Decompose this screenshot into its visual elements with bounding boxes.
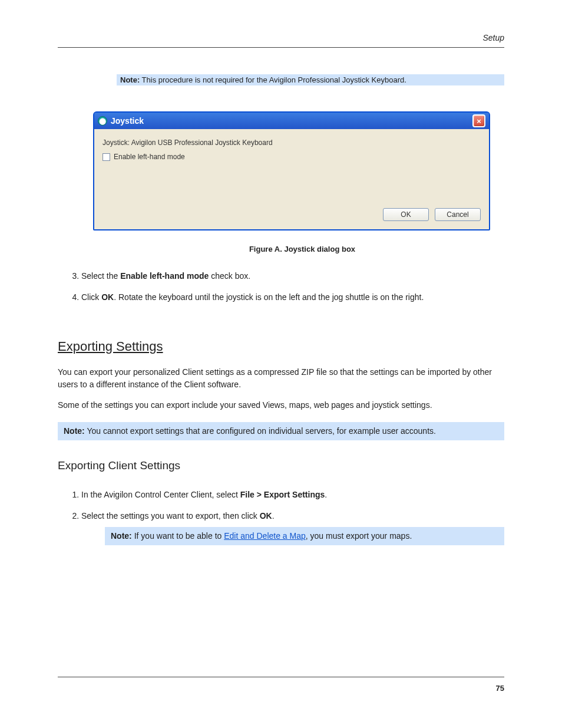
step-b1-text1: In the Avigilon Control Center Client, s… <box>81 490 240 499</box>
bold-ok-2: OK <box>260 511 272 521</box>
dialog-titlebar: ⬤ Joystick × <box>94 113 489 129</box>
close-button[interactable]: × <box>472 114 485 127</box>
exporting-intro-2: Some of the settings you can export incl… <box>58 399 504 411</box>
link-edit-delete-map[interactable]: Edit and Delete a Map <box>224 531 306 541</box>
step-4: Click OK. Rotate the keyboard until the … <box>81 291 504 303</box>
step-b2-text2: . <box>272 511 275 521</box>
heading-exporting-settings: Exporting Settings <box>58 339 504 354</box>
dialog-title: Joystick <box>111 116 144 126</box>
step-3: Select the Enable left-hand mode check b… <box>81 270 504 282</box>
step-b2-text1: Select the settings you want to export, … <box>81 511 260 521</box>
inner-note-text2: , you must export your maps. <box>306 531 412 541</box>
joystick-icon: ⬤ <box>98 116 107 126</box>
checkbox-label: Enable left-hand mode <box>114 153 185 161</box>
dialog-button-row: OK Cancel <box>103 208 481 221</box>
footer-rule <box>58 677 504 677</box>
inner-note-label: Note: <box>111 531 132 541</box>
exporting-intro-1: You can export your personalized Client … <box>58 366 504 391</box>
note-box-joystick: Note: This procedure is not required for… <box>117 74 504 85</box>
heading-exporting-client-settings: Exporting Client Settings <box>58 459 504 472</box>
bold-ok: OK <box>101 292 114 302</box>
steps-list-a: Select the Enable left-hand mode check b… <box>58 270 504 304</box>
checkbox-enable-lefthand[interactable] <box>103 153 110 161</box>
figure-label: Figure A. <box>249 245 282 253</box>
cancel-button[interactable]: Cancel <box>435 208 481 221</box>
joystick-dialog: ⬤ Joystick × Joystick: Avigilon USB Prof… <box>93 111 490 230</box>
dialog-body-text: Joystick: Avigilon USB Professional Joys… <box>103 139 481 147</box>
steps-list-b: In the Avigilon Control Center Client, s… <box>58 489 504 545</box>
inner-note-box: Note: If you want to be able to Edit and… <box>105 527 504 546</box>
figure-caption-text: Joystick dialog box <box>284 245 355 253</box>
figure-caption: Figure A. Joystick dialog box <box>128 245 476 253</box>
step-b2: Select the settings you want to export, … <box>81 510 504 545</box>
page-header-section: Setup <box>482 33 504 42</box>
checkbox-row[interactable]: Enable left-hand mode <box>103 153 481 161</box>
dialog-body: Joystick: Avigilon USB Professional Joys… <box>94 129 489 229</box>
note2-text: You cannot export settings that are conf… <box>87 426 436 436</box>
note-text: This procedure is not required for the A… <box>142 75 406 84</box>
note-box-export: Note: You cannot export settings that ar… <box>58 422 504 441</box>
header-rule <box>58 47 504 48</box>
ok-button[interactable]: OK <box>383 208 429 221</box>
step-b1-text2: . <box>325 490 327 499</box>
bold-enable-lefthand: Enable left-hand mode <box>120 271 209 281</box>
page-number: 75 <box>496 684 504 693</box>
step-b1: In the Avigilon Control Center Client, s… <box>81 489 504 500</box>
inner-note-text1: If you want to be able to <box>134 531 224 541</box>
menu-path-export: File > Export Settings <box>240 490 325 499</box>
screenshot-figure: ⬤ Joystick × Joystick: Avigilon USB Prof… <box>93 111 490 253</box>
note-label: Note: <box>120 75 140 84</box>
note2-label: Note: <box>64 426 85 436</box>
